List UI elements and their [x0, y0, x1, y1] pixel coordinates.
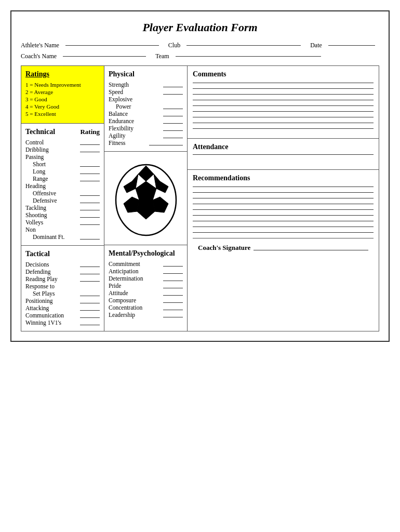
skill-name: Shooting	[25, 212, 47, 218]
soccer-ball-area	[104, 152, 187, 245]
skill-rating[interactable]	[80, 147, 100, 152]
skill-name: Anticipation	[109, 268, 139, 274]
skill-reading-play: Reading Play	[25, 276, 100, 282]
skill-rating[interactable]	[163, 283, 183, 288]
skill-passing: Passing	[25, 154, 100, 160]
tactical-section: Tactical Decisions Defending Reading Pla…	[21, 246, 104, 331]
skill-rating[interactable]	[163, 133, 183, 138]
recommendations-section: Recommendations Coach's Signature	[188, 170, 379, 258]
phys-flexibility: Flexibility	[109, 125, 183, 131]
main-grid: Ratings 1 = Needs Improvement 2 = Averag…	[21, 65, 379, 331]
rating-item-5: 5 = Excellent	[25, 111, 100, 117]
skill-rating[interactable]	[163, 312, 183, 317]
skill-rating[interactable]	[163, 82, 183, 87]
skill-name: Agility	[109, 132, 126, 139]
skill-winning: Winning 1V1's	[25, 320, 100, 326]
skill-rating[interactable]	[163, 261, 183, 267]
skill-volleys: Volleys	[25, 219, 100, 225]
mental-commitment: Commitment	[109, 261, 183, 267]
skill-rating[interactable]	[163, 305, 183, 310]
skill-rating[interactable]	[80, 313, 100, 318]
skill-rating[interactable]	[163, 111, 183, 116]
skill-dominant: Dominant Ft.	[25, 234, 100, 240]
mental-attitude: Attitude	[109, 290, 183, 296]
skill-rating[interactable]	[80, 169, 100, 174]
skill-rating[interactable]	[80, 305, 100, 311]
skill-rating[interactable]	[80, 205, 100, 210]
skill-rating[interactable]	[80, 276, 100, 282]
skill-shooting: Shooting	[25, 212, 100, 218]
skill-name: Short	[33, 161, 46, 167]
skill-name: Defending	[25, 269, 51, 275]
skill-rating[interactable]	[149, 140, 183, 145]
skill-non: Non	[25, 227, 100, 233]
skill-rating[interactable]	[80, 140, 100, 145]
skill-name: Pride	[109, 283, 121, 289]
physical-title: Physical	[109, 70, 183, 78]
coach-field[interactable]	[63, 56, 146, 57]
rec-line	[193, 221, 374, 221]
mental-leadership: Leadership	[109, 312, 183, 318]
skill-name: Flexibility	[109, 125, 134, 131]
mental-section: Mental/Psychological Commitment Anticipa…	[104, 245, 187, 323]
sig-line[interactable]	[254, 245, 368, 250]
skill-rating[interactable]	[80, 191, 100, 196]
skill-rating[interactable]	[80, 298, 100, 303]
attendance-title: Attendance	[193, 143, 374, 151]
page: Player Evaluation Form Athlete's Name Cl…	[10, 10, 390, 342]
phys-explosive: Explosive	[109, 96, 183, 102]
phys-speed: Speed	[109, 89, 183, 95]
skill-rating[interactable]	[163, 89, 183, 95]
skill-rating[interactable]	[163, 269, 183, 274]
skill-offensive: Offensive	[25, 190, 100, 196]
athlete-field[interactable]	[65, 45, 159, 46]
middle-column: Physical Strength Speed Explosive Power	[104, 66, 188, 331]
skill-name: Positioning	[25, 298, 52, 304]
phys-strength: Strength	[109, 82, 183, 88]
date-field[interactable]	[328, 45, 375, 46]
skill-name: Offensive	[33, 190, 56, 196]
skill-rating[interactable]	[80, 269, 100, 274]
skill-rating[interactable]	[163, 118, 183, 124]
ratings-title: Ratings	[25, 70, 100, 78]
skill-rating[interactable]	[80, 176, 100, 181]
skill-rating[interactable]	[163, 104, 183, 109]
skill-long: Long	[25, 168, 100, 175]
comment-line	[193, 83, 374, 83]
skill-tackling: Tackling	[25, 205, 100, 211]
club-field[interactable]	[186, 45, 301, 46]
athlete-label: Athlete's Name	[21, 42, 59, 49]
skill-rating[interactable]	[80, 212, 100, 218]
skill-rating[interactable]	[163, 290, 183, 296]
skill-rating[interactable]	[80, 220, 100, 225]
mental-determination: Determination	[109, 275, 183, 282]
skill-rating[interactable]	[80, 162, 100, 167]
skill-rating[interactable]	[163, 276, 183, 281]
date-label: Date	[310, 42, 322, 49]
attendance-line	[193, 154, 374, 155]
skill-name: Attitude	[109, 290, 128, 296]
rec-line	[193, 215, 374, 216]
skill-name: Non	[25, 227, 36, 233]
skill-rating[interactable]	[80, 234, 100, 240]
rec-line	[193, 187, 374, 187]
comment-line	[193, 128, 374, 129]
skill-rating[interactable]	[163, 298, 183, 303]
skill-rating[interactable]	[80, 291, 100, 296]
technical-header: Technical Rating	[25, 128, 100, 136]
mental-pride: Pride	[109, 283, 183, 289]
skill-rating[interactable]	[163, 126, 183, 131]
skill-name: Explosive	[109, 96, 132, 102]
comment-line	[193, 105, 374, 106]
rec-line	[193, 198, 374, 198]
team-field[interactable]	[176, 56, 321, 57]
technical-section: Technical Rating Control Dribbling Passi…	[21, 124, 104, 246]
skill-name: Attacking	[25, 305, 49, 311]
skill-rating[interactable]	[80, 262, 100, 267]
skill-rating[interactable]	[80, 198, 100, 203]
comment-line	[193, 117, 374, 117]
skill-name: Composure	[109, 297, 136, 303]
skill-rating[interactable]	[80, 320, 100, 325]
rec-line	[193, 209, 374, 210]
skill-name: Communication	[25, 312, 64, 318]
